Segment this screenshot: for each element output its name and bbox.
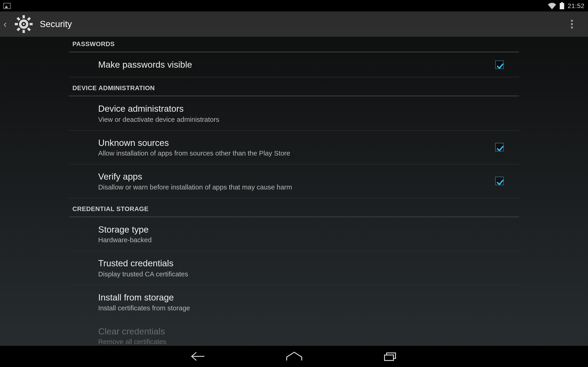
settings-item[interactable]: Device administratorsView or deactivate … xyxy=(69,97,519,131)
status-bar: 21:52 xyxy=(0,0,588,11)
svg-rect-0 xyxy=(560,3,564,9)
settings-item[interactable]: Unknown sourcesAllow installation of app… xyxy=(69,131,519,165)
settings-item[interactable]: Storage typeHardware-backed xyxy=(69,217,519,251)
section-header: CREDENTIAL STORAGE xyxy=(69,198,519,217)
settings-item-title: Storage type xyxy=(98,224,516,235)
settings-item[interactable]: Verify appsDisallow or warn before insta… xyxy=(69,164,519,198)
nav-back-button[interactable] xyxy=(187,346,208,366)
action-bar-title: Security xyxy=(40,19,72,29)
checkbox[interactable] xyxy=(495,60,504,69)
settings-item-subtitle: Install certificates from storage xyxy=(98,304,516,312)
action-bar: ‹ xyxy=(0,11,588,37)
settings-item-subtitle: Disallow or warn before installation of … xyxy=(98,184,495,191)
svg-rect-3 xyxy=(23,15,25,18)
settings-item-title: Unknown sources xyxy=(98,137,495,148)
settings-item-subtitle: View or deactivate device administrators xyxy=(98,116,516,123)
svg-rect-7 xyxy=(27,17,31,21)
settings-list: PASSWORDSMake passwords visibleDEVICE AD… xyxy=(69,37,519,353)
settings-item-subtitle: Display trusted CA certificates xyxy=(98,270,516,278)
back-caret-icon: ‹ xyxy=(2,18,8,30)
svg-rect-9 xyxy=(17,17,20,21)
settings-item[interactable]: Trusted credentialsDisplay trusted CA ce… xyxy=(69,251,519,285)
svg-rect-1 xyxy=(561,2,563,3)
settings-item-subtitle: Allow installation of apps from sources … xyxy=(98,150,495,157)
nav-recents-button[interactable] xyxy=(380,346,401,366)
image-notification-icon xyxy=(3,3,10,9)
svg-rect-5 xyxy=(15,23,18,25)
checkbox[interactable] xyxy=(495,143,504,151)
settings-item-subtitle: Hardware-backed xyxy=(98,236,516,244)
checkbox[interactable] xyxy=(495,177,504,185)
section-header: DEVICE ADMINISTRATION xyxy=(69,77,519,97)
settings-item[interactable]: Make passwords visible xyxy=(69,52,519,77)
settings-item-title: Install from storage xyxy=(98,292,516,303)
svg-point-12 xyxy=(23,23,24,25)
settings-item-subtitle: Remove all certificates xyxy=(98,338,516,346)
settings-item-title: Clear credentials xyxy=(98,326,516,337)
settings-item[interactable]: Install from storageInstall certificates… xyxy=(69,285,519,319)
svg-rect-14 xyxy=(384,355,393,361)
settings-item-title: Verify apps xyxy=(98,171,495,182)
navigation-bar xyxy=(0,346,588,367)
wifi-icon xyxy=(548,2,556,9)
svg-rect-6 xyxy=(30,23,33,25)
nav-home-button[interactable] xyxy=(284,346,304,366)
svg-rect-8 xyxy=(17,27,20,31)
settings-item-title: Device administrators xyxy=(98,103,516,114)
settings-item-title: Trusted credentials xyxy=(98,258,516,269)
settings-item-title: Make passwords visible xyxy=(98,59,495,70)
svg-rect-4 xyxy=(23,30,25,33)
svg-rect-10 xyxy=(27,27,31,31)
section-header: PASSWORDS xyxy=(69,37,519,52)
status-time: 21:52 xyxy=(568,2,585,9)
battery-icon xyxy=(560,2,564,9)
settings-gear-icon xyxy=(14,14,34,34)
action-bar-up[interactable]: ‹ xyxy=(2,14,72,34)
overflow-menu-button[interactable] xyxy=(568,17,576,32)
